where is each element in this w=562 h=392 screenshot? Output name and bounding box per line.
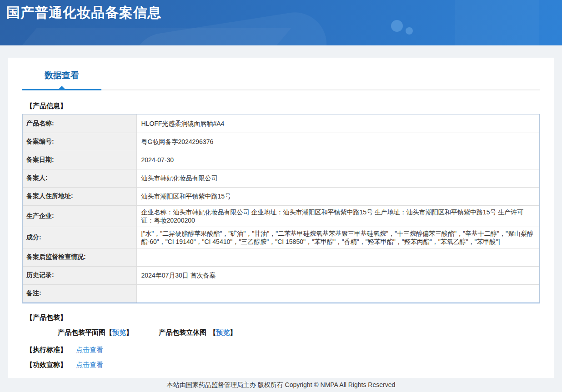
row-label: 备案日期: xyxy=(23,151,136,169)
table-row: 成分: ["水"，"二异硬脂醇苹果酸酯"，"矿油"，"甘油"，"二苯基甲硅烷氧基… xyxy=(23,227,539,248)
packaging-preview-row: 产品包装平面图【预览】 产品包装立体图【预览】 xyxy=(58,328,554,337)
efficacy-view-link[interactable]: 点击查看 xyxy=(76,361,103,368)
row-value: 2024-07-30 xyxy=(136,151,539,169)
table-row: 备案人住所地址: 汕头市潮阳区和平镇紫中路15号 xyxy=(23,187,539,205)
section-standard-title: 【执行标准】 xyxy=(26,346,67,353)
table-row: 产品名称: HLOFF光感柔润镜面唇釉#A4 xyxy=(23,114,539,133)
row-label: 产品名称: xyxy=(23,114,136,133)
header-decoration-band xyxy=(455,0,539,45)
row-label: 成分: xyxy=(23,227,136,248)
bracket-close: 】 xyxy=(126,328,133,336)
table-row: 备案人: 汕头市韩妃化妆品有限公司 xyxy=(23,169,539,187)
tab-data-view-label: 数据查看 xyxy=(45,70,79,80)
tab-bar-divider xyxy=(101,89,540,90)
footer-copyright-text: 本站由国家药品监督管理局主办 版权所有 Copyright © NMPA All… xyxy=(167,381,395,389)
table-row: 生产企业: 企业名称：汕头市韩妃化妆品有限公司 企业地址：汕头市潮阳区和平镇紫中… xyxy=(23,205,539,227)
row-value: 粤G妆网备字2024296376 xyxy=(136,133,539,151)
row-label: 备案人: xyxy=(23,169,136,187)
packaging-3d-label: 产品包装立体图 xyxy=(159,328,206,336)
product-info-table: 产品名称: HLOFF光感柔润镜面唇釉#A4 备案编号: 粤G妆网备字20242… xyxy=(22,114,540,303)
packaging-3d-item: 产品包装立体图【预览】 xyxy=(159,328,236,336)
page-title: 国产普通化妆品备案信息 xyxy=(6,4,161,22)
page-header: 国产普通化妆品备案信息 xyxy=(0,0,562,45)
section-product-info-title: 【产品信息】 xyxy=(26,102,554,110)
row-label: 备案编号: xyxy=(23,133,136,151)
section-efficacy-title: 【功效宣称】 xyxy=(26,361,67,368)
row-value: HLOFF光感柔润镜面唇釉#A4 xyxy=(136,114,539,133)
tab-active-triangle-icon xyxy=(59,86,65,89)
table-row: 备注: xyxy=(23,284,539,303)
row-value: 汕头市潮阳区和平镇紫中路15号 xyxy=(136,187,539,205)
table-row: 备案后监督检查情况: xyxy=(23,248,539,266)
row-value xyxy=(136,284,539,303)
header-decoration-circle xyxy=(406,27,413,35)
packaging-flat-label: 产品包装平面图 xyxy=(58,328,105,336)
packaging-flat-preview-link[interactable]: 预览 xyxy=(112,328,126,336)
table-row: 备案日期: 2024-07-30 xyxy=(23,151,539,169)
packaging-3d-preview-link[interactable]: 预览 xyxy=(216,328,230,336)
tab-data-view[interactable]: 数据查看 xyxy=(22,69,101,90)
table-row: 历史记录: 2024年07月30日 首次备案 xyxy=(23,266,539,284)
row-value: 2024年07月30日 首次备案 xyxy=(136,266,539,284)
row-value: ["水"，"二异硬脂醇苹果酸酯"，"矿油"，"甘油"，"二苯基甲硅烷氧基苯基聚三… xyxy=(136,227,539,248)
efficacy-row: 【功效宣称】 点击查看 xyxy=(26,361,554,369)
bracket-open: 【 xyxy=(209,328,216,336)
bracket-close: 】 xyxy=(230,328,236,336)
content-card: 数据查看 【产品信息】 产品名称: HLOFF光感柔润镜面唇釉#A4 备案编号:… xyxy=(8,58,554,378)
bracket-open: 【 xyxy=(105,328,112,336)
standard-view-link[interactable]: 点击查看 xyxy=(76,346,103,353)
row-label: 备案后监督检查情况: xyxy=(23,248,136,266)
tab-active-underline xyxy=(22,89,101,90)
standard-row: 【执行标准】 点击查看 xyxy=(26,346,554,354)
tab-bar: 数据查看 xyxy=(8,58,554,90)
row-label: 备注: xyxy=(23,284,136,303)
row-label: 备案人住所地址: xyxy=(23,187,136,205)
row-value: 汕头市韩妃化妆品有限公司 xyxy=(136,169,539,187)
row-label: 生产企业: xyxy=(23,205,136,227)
packaging-flat-item: 产品包装平面图【预览】 xyxy=(58,328,133,336)
header-decoration-circle xyxy=(391,20,403,32)
table-row: 备案编号: 粤G妆网备字2024296376 xyxy=(23,133,539,151)
row-value xyxy=(136,248,539,266)
page-footer: 本站由国家药品监督管理局主办 版权所有 Copyright © NMPA All… xyxy=(0,378,562,392)
section-packaging-title: 【产品包装】 xyxy=(26,313,554,322)
row-value: 企业名称：汕头市韩妃化妆品有限公司 企业地址：汕头市潮阳区和平镇紫中路15号 生… xyxy=(136,205,539,227)
row-label: 历史记录: xyxy=(23,266,136,284)
